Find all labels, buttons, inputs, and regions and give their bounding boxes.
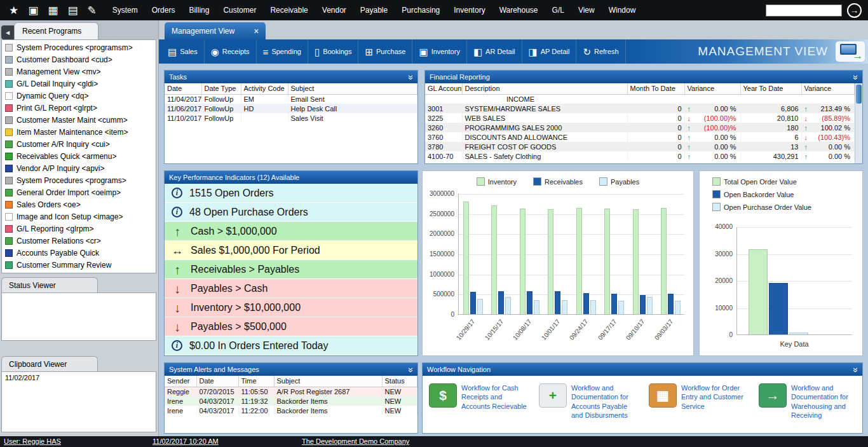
program-item[interactable]: Customer Summary Review (2, 259, 156, 271)
status-company-link[interactable]: The Development Demo Company (302, 437, 409, 445)
financial-panel-header[interactable]: Financial Reporting » (425, 71, 862, 83)
column-header-subject[interactable]: Subject (274, 376, 382, 387)
program-item[interactable]: System Procedures <programs> (2, 174, 156, 186)
tab-close-icon[interactable]: × (254, 27, 259, 36)
panel-collapse-icon[interactable]: » (851, 368, 861, 371)
menu-item-view[interactable]: View (571, 0, 602, 20)
menu-item-g-l[interactable]: G/L (545, 0, 571, 20)
table-row[interactable]: 3260PROGRAMMIMG SALES 20000↑(100.00)%180… (425, 123, 855, 132)
toolbar-button-purchase[interactable]: ⊞Purchase (358, 39, 412, 64)
compose-icon[interactable]: ✎ (87, 5, 96, 16)
status-datetime-link[interactable]: 11/02/2017 10:20 AM (153, 437, 219, 445)
menu-item-customer[interactable]: Customer (216, 0, 263, 20)
program-item[interactable]: Management View <mv> (2, 65, 156, 78)
menu-item-vendor[interactable]: Vendor (315, 0, 353, 20)
kpi-item[interactable]: ↑Receivables > Payables (165, 260, 417, 279)
toolbar-button-ap-detail[interactable]: ◨AP Detail (522, 39, 577, 64)
program-item[interactable]: General Order Import <oeimp> (2, 186, 156, 198)
status-viewer-tab[interactable]: Status Viewer (1, 277, 98, 292)
program-item[interactable]: Customer A/R Inquiry <cui> (2, 138, 156, 150)
program-item[interactable]: Receivables Quick <armenu> (2, 150, 156, 162)
kpi-panel-header[interactable]: Key Performance Indicators (12) Availabl… (165, 171, 417, 184)
tab-management-view[interactable]: Management View × (165, 22, 266, 39)
toolbar-button-inventory[interactable]: ▣Inventory (412, 39, 466, 64)
table-row[interactable]: 3225WEB SALES0↓(100.00)%20,810↓(85.89)% (425, 113, 855, 123)
program-item[interactable]: Customer Relations <cr> (2, 235, 156, 247)
kpi-item[interactable]: ↓Payables > $500,000 (165, 317, 417, 336)
menu-item-system[interactable]: System (105, 0, 145, 20)
column-header-month-to-date-2[interactable]: Month To Date (627, 83, 684, 94)
table-row[interactable]: 4100-70SALES - Safety Clothing0↑0.00 %43… (425, 151, 855, 161)
program-item[interactable]: G/L Detail Inquiry <gldi> (2, 78, 156, 90)
column-header-date[interactable]: Date (196, 376, 238, 387)
column-header-date-type[interactable]: Date Type (201, 83, 241, 94)
menu-item-payable[interactable]: Payable (353, 0, 395, 20)
tasks-panel-header[interactable]: Tasks » (165, 71, 417, 83)
menu-item-inventory[interactable]: Inventory (447, 0, 492, 20)
column-header-variance-3[interactable]: Variance (684, 83, 740, 94)
recent-programs-tab[interactable]: Recent Programs (14, 22, 98, 39)
toolbar-button-spending[interactable]: ≡Spending (257, 39, 308, 64)
program-item[interactable]: Accounts Payable Quick (2, 247, 156, 259)
table-row[interactable]: Irene04/03/201711:19:32Backorder ItemsNE… (165, 396, 417, 406)
menu-item-warehouse[interactable]: Warehouse (492, 0, 545, 20)
alerts-panel-header[interactable]: System Alerts and Messages » (165, 363, 417, 376)
workflow-item[interactable]: +Workflow and Documentation for Accounts… (532, 376, 642, 433)
column-header-time[interactable]: Time (238, 376, 274, 387)
table-row[interactable]: 11/04/2017FollowUpEMEmail Sent (165, 94, 417, 104)
column-header-year-to-date-4[interactable]: Year To Date (740, 83, 801, 94)
column-header-description-1[interactable]: Description (462, 83, 627, 94)
kpi-item[interactable]: ↓Payables > Cash (165, 279, 417, 298)
management-view-monitor-icon[interactable]: → (836, 41, 865, 62)
go-button[interactable]: → (847, 3, 862, 18)
scrollbar-thumb[interactable] (856, 85, 862, 104)
program-item[interactable]: Item Master Maintenance <item> (2, 126, 156, 138)
kpi-item[interactable]: i1515 Open Orders (165, 184, 417, 203)
toolbar-button-ar-detail[interactable]: ◧AR Detail (467, 39, 522, 64)
kpi-item[interactable]: ↔Sales $1,000,000 For Period (165, 241, 417, 260)
table-row[interactable]: Irene04/03/201711:22:00Backorder ItemsNE… (165, 406, 417, 415)
column-header-sender[interactable]: Sender (165, 376, 196, 387)
program-item[interactable]: Vendor A/P Inquiry <apvi> (2, 162, 156, 174)
program-item[interactable]: Dynamic Query <dq> (2, 90, 156, 102)
program-item[interactable]: Print G/L Report <glrpt> (2, 102, 156, 114)
menu-item-orders[interactable]: Orders (145, 0, 182, 20)
favorites-star-icon[interactable]: ★ (9, 5, 18, 16)
panel-collapse-icon[interactable]: » (406, 368, 416, 371)
reports-icon[interactable]: ▤ (67, 5, 78, 16)
kpi-item[interactable]: i48 Open Purchase Orders (165, 203, 417, 222)
print-icon[interactable]: ▣ (28, 5, 38, 16)
table-row[interactable]: 3001SYSTEM/HARDWARE SALES0↑0.00 %6,806↑2… (425, 104, 855, 113)
menu-item-purchasing[interactable]: Purchasing (395, 0, 447, 20)
workflow-panel-header[interactable]: Workflow Navigation » (423, 363, 862, 376)
column-header-date[interactable]: Date (165, 83, 201, 94)
workflow-item[interactable]: $Workflow for Cash Receipts and Accounts… (423, 376, 532, 433)
program-item[interactable]: Image and Icon Setup <image> (2, 210, 156, 223)
menu-item-window[interactable]: Window (602, 0, 643, 20)
kpi-item[interactable]: i$0.00 In Orders Entered Today (165, 336, 417, 355)
panel-collapse-icon[interactable]: » (406, 75, 416, 79)
column-header-subject[interactable]: Subject (288, 83, 417, 94)
status-user-link[interactable]: User: Reggie HAS (4, 437, 61, 445)
kpi-item[interactable]: ↑Cash > $1,000,000 (165, 222, 417, 241)
kpi-item[interactable]: ↓Inventory > $10,000,000 (165, 298, 417, 317)
financial-scrollbar[interactable] (855, 83, 862, 163)
search-input[interactable] (766, 4, 842, 17)
calendar-icon[interactable]: ▦ (48, 5, 58, 16)
program-item[interactable]: Sales Orders <oe> (2, 198, 156, 210)
toolbar-button-refresh[interactable]: ↻Refresh (576, 39, 625, 64)
column-header-variance-5[interactable]: Variance (801, 83, 855, 94)
menu-item-billing[interactable]: Billing (182, 0, 216, 20)
table-row[interactable]: 11/06/2017FollowUpHDHelp Desk Call (165, 104, 417, 113)
clipboard-viewer-tab[interactable]: Clipboard Viewer (1, 356, 98, 371)
menu-item-receivable[interactable]: Receivable (263, 0, 315, 20)
toolbar-button-bookings[interactable]: ▯Bookings (308, 39, 359, 64)
table-row[interactable]: 3780FREIGHT COST OF GOODS0↑0.00 %13↑0.00… (425, 142, 855, 151)
program-item[interactable]: G/L Reporting <glrpm> (2, 223, 156, 235)
panel-collapse-icon[interactable]: » (851, 75, 861, 79)
workflow-item[interactable]: ▦Workflow for Order Entry and Customer S… (642, 376, 752, 433)
table-row[interactable]: 11/10/2017FollowUpSales Visit (165, 113, 417, 123)
program-item[interactable]: System Procedures <programsm> (2, 41, 156, 53)
column-header-gl-account-0[interactable]: GL Account (425, 83, 462, 94)
program-item[interactable]: Customer Master Maint <cumm> (2, 114, 156, 126)
